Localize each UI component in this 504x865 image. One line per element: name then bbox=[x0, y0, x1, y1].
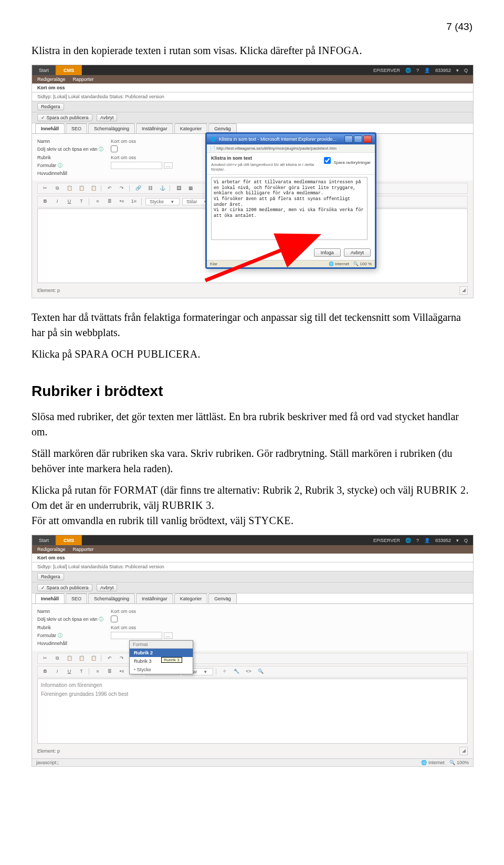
zoom-icon[interactable]: 🔍 bbox=[256, 668, 266, 675]
tab-kategorier[interactable]: Kategorier bbox=[174, 123, 208, 133]
underline-button[interactable]: U bbox=[65, 668, 74, 675]
tab-installningar[interactable]: Inställningar bbox=[136, 123, 173, 133]
tab-start[interactable]: Start bbox=[32, 535, 56, 545]
mode-reports[interactable]: Rapporter bbox=[73, 547, 94, 552]
cancel-button[interactable]: Avbryt bbox=[344, 248, 371, 257]
undo-icon[interactable]: ↶ bbox=[105, 655, 114, 662]
bold-button[interactable]: B bbox=[40, 668, 50, 675]
cut-icon[interactable]: ✂ bbox=[40, 655, 50, 662]
tab-innehall[interactable]: Innehåll bbox=[35, 123, 65, 133]
val-rubrik[interactable]: Kort om oss bbox=[111, 155, 136, 160]
help-icon[interactable]: ⓘ bbox=[99, 147, 103, 152]
help-icon[interactable]: ⓘ bbox=[58, 163, 62, 168]
chk-hide[interactable] bbox=[111, 616, 118, 622]
dialog-titlebar[interactable]: 🌐 Klistra in som text - Microsoft Intern… bbox=[207, 134, 375, 144]
tab-seo[interactable]: SEO bbox=[66, 123, 87, 133]
tab-installningar[interactable]: Inställningar bbox=[136, 593, 173, 603]
maximize-button[interactable] bbox=[354, 136, 362, 143]
clean-icon[interactable]: ✧ bbox=[220, 668, 229, 675]
editor-pane[interactable]: Information om föreningen Föreningen gru… bbox=[37, 679, 468, 744]
keep-breaks-checkbox[interactable] bbox=[324, 157, 331, 164]
resize-handle-icon[interactable]: ◢ bbox=[459, 747, 468, 755]
btn-edit[interactable]: Redigera bbox=[37, 573, 64, 580]
copy-icon[interactable]: ⧉ bbox=[52, 185, 62, 192]
table-icon[interactable]: ▦ bbox=[186, 185, 195, 192]
tab-start[interactable]: Start bbox=[32, 65, 56, 75]
tab-cms[interactable]: CMS bbox=[56, 65, 82, 75]
val-namn[interactable]: Kort om oss bbox=[111, 609, 136, 614]
insert-button[interactable]: Infoga bbox=[314, 248, 341, 257]
align-just-icon[interactable]: ≣ bbox=[105, 198, 114, 205]
user-id[interactable]: 833952 bbox=[435, 538, 451, 543]
help-icon[interactable]: ⓘ bbox=[99, 617, 103, 622]
close-button[interactable] bbox=[363, 136, 372, 143]
undo-icon[interactable]: ↶ bbox=[105, 185, 114, 192]
formular-picker[interactable]: … bbox=[164, 162, 173, 169]
btn-cancel[interactable]: Avbryt bbox=[97, 114, 117, 121]
paste-text-icon[interactable]: 📋 bbox=[77, 185, 86, 192]
format-rubrik2[interactable]: Rubrik 2 bbox=[130, 649, 193, 657]
redo-icon[interactable]: ↷ bbox=[117, 655, 127, 662]
chk-hide[interactable] bbox=[111, 145, 118, 152]
tab-genvag[interactable]: Genväg bbox=[208, 593, 237, 603]
resize-handle-icon[interactable]: ◢ bbox=[459, 286, 468, 295]
tab-kategorier[interactable]: Kategorier bbox=[174, 593, 208, 603]
paste-text-icon[interactable]: 📋 bbox=[77, 655, 86, 662]
search-icon[interactable]: Q bbox=[464, 68, 468, 73]
paste-icon[interactable]: 📋 bbox=[65, 655, 74, 662]
btn-cancel[interactable]: Avbryt bbox=[97, 584, 117, 591]
formular-field[interactable] bbox=[111, 632, 162, 639]
underline-button[interactable]: U bbox=[65, 198, 74, 205]
source-icon[interactable]: <> bbox=[244, 668, 254, 675]
mode-reports[interactable]: Rapporter bbox=[73, 77, 94, 82]
val-rubrik[interactable]: Kort om oss bbox=[111, 625, 136, 630]
anchor-icon[interactable]: ⚓ bbox=[158, 185, 167, 192]
minimize-button[interactable] bbox=[344, 136, 353, 143]
keep-breaks-option[interactable]: Spara radbrytningar bbox=[322, 155, 371, 165]
tt-button[interactable]: T bbox=[77, 668, 86, 675]
tab-innehall[interactable]: Innehåll bbox=[35, 593, 65, 603]
globe-icon[interactable]: 🌐 bbox=[405, 538, 411, 543]
tab-seo[interactable]: SEO bbox=[66, 593, 87, 603]
unlink-icon[interactable]: ⛓ bbox=[145, 185, 155, 192]
dropdown-icon[interactable]: ▾ bbox=[456, 538, 459, 543]
italic-button[interactable]: I bbox=[52, 668, 62, 675]
italic-button[interactable]: I bbox=[52, 198, 62, 205]
format-combo[interactable]: Stycke▾ bbox=[145, 198, 180, 205]
user-id[interactable]: 833952 bbox=[435, 68, 451, 73]
paste-icon[interactable]: 📋 bbox=[65, 185, 74, 192]
btn-save-publish[interactable]: ✓ Spara och publicera bbox=[37, 584, 92, 591]
help-icon[interactable]: ? bbox=[416, 538, 419, 543]
link-icon[interactable]: 🔗 bbox=[133, 185, 143, 192]
list-ol-icon[interactable]: 1≡ bbox=[129, 198, 139, 205]
list-ul-icon[interactable]: •≡ bbox=[117, 668, 127, 675]
search-icon[interactable]: Q bbox=[464, 538, 468, 543]
align-left-icon[interactable]: ≡ bbox=[93, 198, 102, 205]
tab-schema[interactable]: Schemaläggning bbox=[88, 593, 135, 603]
mode-edit[interactable]: Redigeraläge bbox=[37, 77, 66, 82]
btn-save-publish[interactable]: ✓ Spara och publicera bbox=[37, 114, 92, 121]
list-ul-icon[interactable]: •≡ bbox=[117, 198, 127, 205]
bold-button[interactable]: B bbox=[40, 198, 50, 205]
formular-field[interactable] bbox=[111, 162, 162, 169]
image-icon[interactable]: 🖼 bbox=[174, 185, 183, 192]
formular-picker[interactable]: … bbox=[164, 632, 173, 639]
globe-icon[interactable]: 🌐 bbox=[405, 68, 411, 73]
help-icon[interactable]: ? bbox=[416, 68, 419, 73]
copy-icon[interactable]: ⧉ bbox=[52, 655, 62, 662]
tool-icon[interactable]: 🔧 bbox=[232, 668, 242, 675]
format-rubrik3[interactable]: Rubrik 3 Rubrik 3 bbox=[130, 657, 193, 665]
align-left-icon[interactable]: ≡ bbox=[93, 668, 102, 675]
help-icon[interactable]: ⓘ bbox=[58, 633, 62, 638]
btn-edit[interactable]: Redigera bbox=[37, 103, 64, 110]
mode-edit[interactable]: Redigeraläge bbox=[37, 547, 66, 552]
format-stycke[interactable]: Stycke bbox=[130, 665, 193, 674]
paste-word-icon[interactable]: 📋 bbox=[89, 655, 98, 662]
tt-button[interactable]: T bbox=[77, 198, 86, 205]
paste-word-icon[interactable]: 📋 bbox=[89, 185, 98, 192]
align-just-icon[interactable]: ≣ bbox=[105, 668, 114, 675]
dropdown-icon[interactable]: ▾ bbox=[456, 68, 459, 73]
tab-schema[interactable]: Schemaläggning bbox=[88, 123, 135, 133]
val-namn[interactable]: Kort om oss bbox=[111, 139, 136, 144]
tab-cms[interactable]: CMS bbox=[56, 535, 82, 545]
